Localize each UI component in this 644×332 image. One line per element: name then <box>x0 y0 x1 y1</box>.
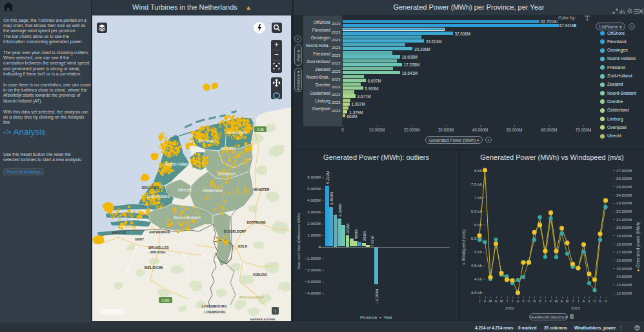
svg-text:GENT: GENT <box>135 237 144 241</box>
svg-text:Zuid-Holland: Zuid-Holland <box>146 194 170 199</box>
svg-text:ANTWERPEN: ANTWERPEN <box>149 230 170 234</box>
svg-text:BRUXELLES: BRUXELLES <box>148 246 169 249</box>
svg-text:LUXEMBOURG: LUXEMBOURG <box>202 304 227 308</box>
svg-text:A 38: A 38 <box>257 128 263 132</box>
svg-text:Overijssel: Overijssel <box>217 171 236 177</box>
svg-text:MÜNSTER: MÜNSTER <box>254 188 270 191</box>
svg-text:Noord-Brabant: Noord-Brabant <box>174 215 201 220</box>
svg-text:· BRUSSEL: · BRUSSEL <box>148 250 167 254</box>
svg-text:KOBLENZ: KOBLENZ <box>253 273 267 277</box>
svg-text:DÜSSELDORF: DÜSSELDORF <box>224 229 246 233</box>
svg-text:A 356: A 356 <box>162 299 170 302</box>
svg-text:BRUGGE: BRUGGE <box>112 231 127 235</box>
svg-text:Gelderland: Gelderland <box>203 188 223 193</box>
svg-text:DEN HAAG: DEN HAAG <box>142 186 159 190</box>
svg-text:Noord-Holland: Noord-Holland <box>165 162 191 166</box>
svg-text:KAISERSLAUTERN: KAISERSLAUTERN <box>250 318 276 321</box>
svg-text:Groningen: Groningen <box>227 130 247 135</box>
svg-text:Drenthe: Drenthe <box>221 146 236 151</box>
svg-text:Rheinland-Pfalz: Rheinland-Pfalz <box>239 295 264 299</box>
svg-text:Friesland: Friesland <box>199 139 216 143</box>
svg-text:KÖLN: KÖLN <box>238 244 248 248</box>
svg-text:DORTMUND: DORTMUND <box>247 220 266 224</box>
svg-text:BELGIUM: BELGIUM <box>145 265 163 269</box>
svg-text:LUXEMBOURG: LUXEMBOURG <box>204 311 226 314</box>
svg-text:Utrecht: Utrecht <box>178 188 192 192</box>
